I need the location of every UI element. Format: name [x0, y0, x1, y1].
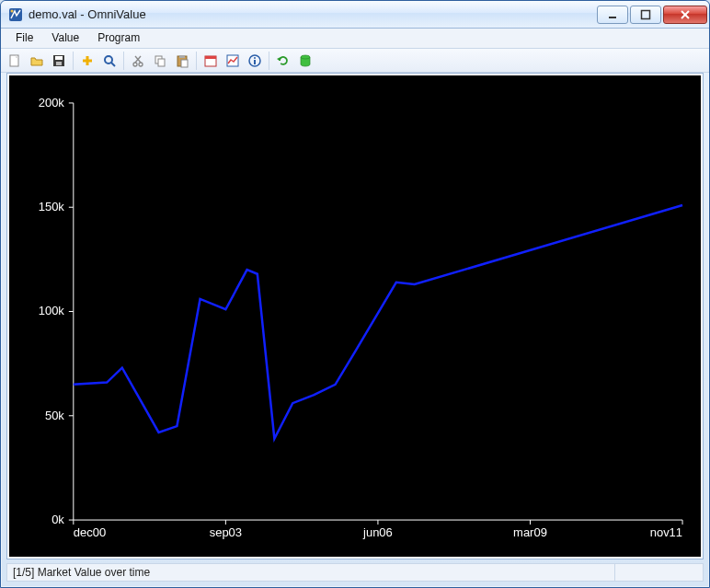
- app-icon: [8, 7, 23, 22]
- menu-program[interactable]: Program: [88, 29, 149, 48]
- info-icon[interactable]: [245, 51, 265, 71]
- svg-text:sep03: sep03: [210, 525, 242, 539]
- titlebar-left: demo.val - OmniValue: [8, 7, 146, 22]
- svg-rect-25: [205, 56, 216, 59]
- svg-rect-23: [181, 60, 188, 67]
- toolbar-separator: [123, 52, 124, 70]
- chart-icon[interactable]: [223, 51, 243, 71]
- open-icon[interactable]: [27, 51, 47, 71]
- svg-rect-20: [158, 59, 165, 66]
- svg-point-15: [133, 63, 137, 66]
- toolbar: [1, 49, 709, 73]
- svg-text:mar09: mar09: [513, 525, 547, 539]
- refresh-icon[interactable]: [273, 51, 293, 71]
- copy-icon[interactable]: [150, 51, 170, 71]
- svg-point-1: [11, 9, 14, 12]
- svg-text:150k: 150k: [39, 200, 65, 213]
- save-icon[interactable]: [49, 51, 69, 71]
- svg-text:nov11: nov11: [650, 525, 682, 539]
- calendar-icon[interactable]: [200, 51, 221, 71]
- menu-value[interactable]: Value: [42, 29, 88, 48]
- svg-text:dec00: dec00: [74, 525, 106, 539]
- status-text: [1/5] Market Value over time: [13, 566, 150, 579]
- menu-file[interactable]: File: [6, 29, 42, 48]
- toolbar-separator: [196, 52, 197, 70]
- titlebar[interactable]: demo.val - OmniValue: [1, 1, 709, 29]
- svg-line-4: [681, 11, 689, 18]
- svg-text:200k: 200k: [39, 96, 65, 110]
- maximize-button[interactable]: [630, 6, 661, 24]
- svg-text:jun06: jun06: [362, 525, 393, 539]
- svg-text:50k: 50k: [45, 409, 64, 422]
- svg-rect-3: [642, 10, 650, 18]
- chart-canvas: 0k50k100k150k200kdec00sep03jun06mar09nov…: [9, 75, 701, 557]
- svg-text:100k: 100k: [39, 304, 65, 317]
- content-area: 0k50k100k150k200kdec00sep03jun06mar09nov…: [6, 73, 704, 559]
- svg-rect-9: [55, 56, 63, 60]
- new-icon[interactable]: [5, 51, 25, 71]
- svg-line-5: [681, 11, 689, 18]
- svg-rect-22: [179, 55, 185, 58]
- menubar: File Value Program: [1, 29, 709, 49]
- close-button[interactable]: [663, 6, 707, 24]
- toolbar-separator: [269, 52, 269, 70]
- window-controls: [597, 6, 707, 24]
- find-icon[interactable]: [99, 51, 120, 71]
- svg-line-14: [111, 63, 115, 66]
- cut-icon[interactable]: [128, 51, 148, 71]
- add-icon[interactable]: [77, 51, 97, 71]
- statusbar: [1/5] Market Value over time: [6, 563, 704, 582]
- database-icon[interactable]: [295, 51, 315, 71]
- paste-icon[interactable]: [172, 51, 192, 71]
- svg-point-13: [105, 56, 112, 63]
- svg-rect-10: [56, 62, 62, 65]
- svg-point-16: [139, 63, 143, 66]
- toolbar-separator: [73, 52, 74, 70]
- svg-text:0k: 0k: [52, 513, 64, 526]
- svg-point-28: [254, 57, 256, 59]
- status-right-pane: [614, 564, 697, 581]
- minimize-button[interactable]: [597, 6, 628, 24]
- app-window: demo.val - OmniValue File Value Program: [0, 0, 710, 588]
- line-chart: 0k50k100k150k200kdec00sep03jun06mar09nov…: [9, 75, 701, 557]
- window-title: demo.val - OmniValue: [29, 7, 146, 21]
